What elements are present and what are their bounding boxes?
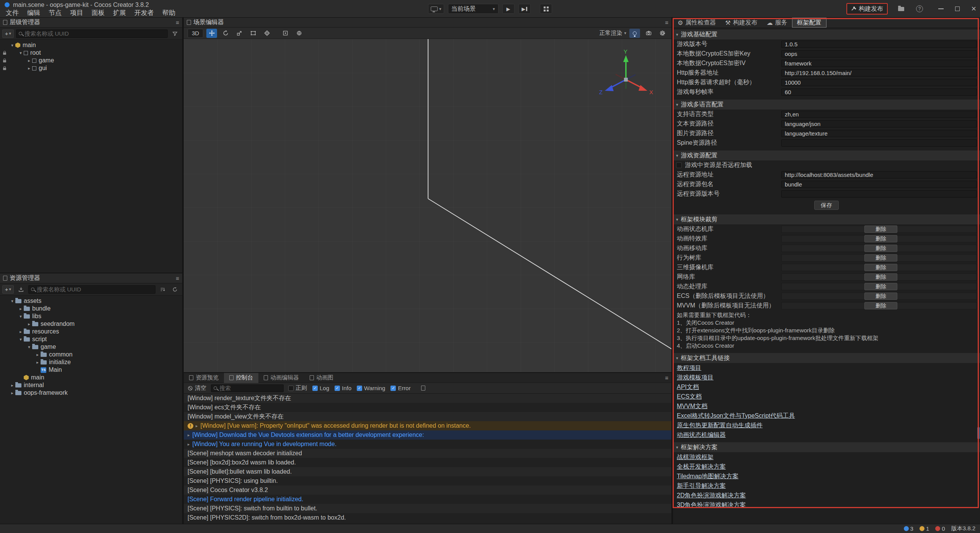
property-input[interactable] [781,130,977,137]
create-node-button[interactable]: +▾ [2,29,14,38]
preview-device-button[interactable]: ▾ [428,4,444,14]
console-log-row[interactable]: ▸[Window] You are running Vue in develop… [184,440,671,449]
tab-frame-config[interactable]: 框架配置 [792,18,826,28]
view-gizmo[interactable]: Y X Z [597,49,655,103]
caret-icon[interactable]: ▾ [18,314,24,319]
tree-row-seedrandom[interactable]: ▸seedrandom [0,320,182,328]
doc-link[interactable]: 动画状态机编辑器 [673,430,980,440]
expand-icon[interactable]: ▸ [188,442,190,447]
scene-select[interactable]: 当前场景 ▾ [448,4,498,14]
doc-link[interactable]: 游戏模板项目 [673,373,980,382]
tree-row-Main[interactable]: TSMain [0,366,182,374]
doc-link[interactable]: 全栈开发解决方案 [673,462,980,471]
light-toggle-button[interactable] [629,29,640,38]
tree-row-internal[interactable]: ▸internal [0,381,182,389]
property-input[interactable] [781,171,977,178]
scene-viewport[interactable]: Y X Z [184,39,671,372]
remote-load-checkbox[interactable] [676,162,682,168]
delete-button[interactable]: 删除 [864,264,897,271]
tab-inspector[interactable]: ⚙属性检查器 [673,18,720,28]
lock-icon[interactable] [3,52,6,55]
rect-tool-button[interactable] [248,29,258,38]
panel-menu-icon[interactable]: ≡ [665,19,668,26]
console-log-row[interactable]: [Scene] meshopt wasm decoder initialized [184,449,671,458]
close-button[interactable]: × [971,7,976,11]
caret-icon[interactable]: ▸ [18,329,24,334]
filter-error[interactable]: ✓Error [390,385,410,391]
delete-button[interactable]: 删除 [864,235,897,242]
section-module-trim[interactable]: ▾ 框架模块裁剪 [673,214,980,224]
tree-row-main[interactable]: main [0,374,182,381]
section-basic-config[interactable]: ▾ 游戏基础配置 [673,29,980,39]
tree-row-bundle[interactable]: ▸bundle [0,305,182,312]
translate-tool-button[interactable] [206,29,217,38]
filter-log[interactable]: ✓Log [312,385,329,391]
minimize-button[interactable] [938,8,944,9]
coordinate-space-button[interactable] [294,29,304,38]
section-solutions[interactable]: ▾ 框架解决方案 [673,442,980,452]
status-warning-count[interactable]: 1 [920,525,929,532]
doc-link[interactable]: 新手引导解决方案 [673,481,980,490]
console-log-row[interactable]: [Scene] [box2d]:box2d wasm lib loaded. [184,458,671,467]
tree-row-common[interactable]: ▸common [0,351,182,358]
status-info-count[interactable]: 3 [904,525,913,532]
property-input[interactable] [781,111,977,118]
scene-settings-button[interactable] [657,29,668,38]
render-mode-select[interactable]: 正常渲染 ▾ [599,29,626,37]
property-input[interactable] [781,69,977,77]
console-search-input[interactable] [219,385,296,391]
panel-menu-icon[interactable]: ≡ [176,19,179,26]
tree-row-game[interactable]: ▾game [0,343,182,351]
caret-icon[interactable]: ▸ [34,360,41,365]
lock-icon[interactable] [3,68,6,70]
layout-button[interactable] [540,4,552,14]
doc-link[interactable]: 教程项目 [673,363,980,373]
tab-service[interactable]: ☁服务 [762,18,792,28]
tree-row-oops-framework[interactable]: ▸oops-framework [0,389,182,397]
tree-row-game[interactable]: ▸game [0,57,182,64]
tree-row-resources[interactable]: ▸resources [0,328,182,335]
property-input[interactable] [781,60,977,67]
play-button[interactable]: ▶ [502,4,514,14]
section-language-config[interactable]: ▾ 游戏多语言配置 [673,100,980,110]
tab-assets-preview[interactable]: 资源预览 [184,373,224,383]
create-asset-button[interactable]: +▾ [2,285,14,294]
console-collapse-button[interactable] [418,383,428,393]
caret-icon[interactable]: ▸ [9,383,15,388]
section-resource-config[interactable]: ▾ 游戏资源配置 [673,150,980,160]
doc-link[interactable]: 3D角色扮演游戏解决方案 [673,500,980,510]
delete-button[interactable]: 删除 [864,293,897,300]
console-log-row[interactable]: [Scene] [PHYSICS]: switch from builtin t… [184,504,671,513]
panel-menu-icon[interactable]: ≡ [665,374,668,381]
property-input[interactable] [781,120,977,128]
maximize-button[interactable] [955,7,960,11]
tab-build[interactable]: ⚒构建发布 [720,18,762,28]
tree-row-gui[interactable]: ▸gui [0,64,182,72]
status-error-count[interactable]: 0 [935,525,945,532]
doc-link[interactable]: 战棋游戏框架 [673,452,980,462]
menu-item-project[interactable]: 项目 [66,8,87,18]
caret-icon[interactable]: ▾ [9,299,15,304]
caret-icon[interactable]: ▾ [9,43,15,48]
checkbox-icon[interactable]: ✓ [335,386,340,391]
property-input[interactable] [781,88,977,96]
property-input[interactable] [781,79,977,86]
tab-animation-graph[interactable]: 动画图 [304,373,339,383]
property-input[interactable] [781,50,977,57]
console-log-row[interactable]: ▸[Window] Download the Vue Devtools exte… [184,430,671,440]
checkbox-icon[interactable]: ✓ [390,386,396,391]
tree-row-root[interactable]: ▾root [0,49,182,57]
doc-link[interactable]: 2D角色扮演游戏解决方案 [673,490,980,500]
tree-row-initialize[interactable]: ▸initialize [0,358,182,366]
expand-icon[interactable]: ▸ [196,423,198,428]
save-button[interactable]: 保存 [814,201,839,210]
delete-button[interactable]: 删除 [864,283,897,290]
tree-row-script[interactable]: ▾script [0,335,182,343]
caret-icon[interactable]: ▸ [26,66,32,71]
menu-item-developer[interactable]: 开发者 [130,8,158,18]
assets-search-input[interactable] [37,286,153,293]
delete-button[interactable]: 删除 [864,273,897,281]
panel-menu-icon[interactable]: ≡ [176,275,179,281]
caret-icon[interactable]: ▸ [34,352,41,357]
filter-info[interactable]: ✓Info [335,385,351,391]
